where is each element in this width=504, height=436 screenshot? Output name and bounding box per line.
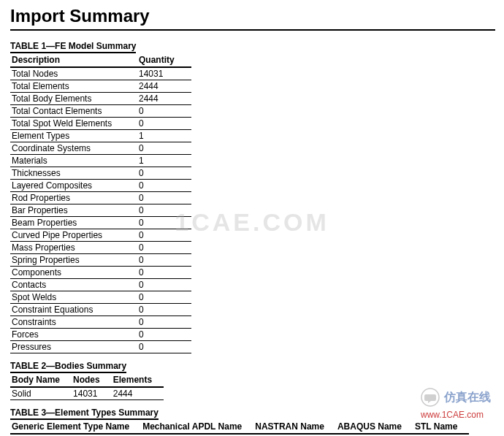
table-row: Materials1 [10, 155, 191, 167]
page-title: Import Summary [10, 6, 495, 26]
cell-desc: Spot Welds [10, 291, 137, 304]
table1-header-description: Description [10, 53, 137, 67]
table-row: Total Body Elements2444 [10, 93, 191, 105]
cell-qty: 0 [137, 279, 191, 291]
table-row: Rod Properties0 [10, 192, 191, 204]
table3-header-nastran: NASTRAN Name [253, 420, 336, 434]
cell-desc: Element Types [10, 130, 137, 142]
cell-qty: 0 [137, 329, 191, 341]
table-row: Thicknesses0 [10, 167, 191, 180]
cell-desc: Contacts [10, 279, 137, 291]
cell-qty: 0 [137, 254, 191, 267]
table-row: Components0 [10, 267, 191, 279]
table3-section: TABLE 3—Element Types Summary Generic El… [10, 408, 495, 436]
table2-section: TABLE 2—Bodies Summary Body Name Nodes E… [10, 361, 495, 400]
cell-desc: Components [10, 267, 137, 279]
cell-qty: 0 [137, 180, 191, 192]
cell-qty: 0 [137, 192, 191, 204]
table-row: Mass Properties0 [10, 242, 191, 254]
cell-desc: Total Nodes [10, 67, 137, 80]
cell-qty: 0 [137, 291, 191, 304]
cell-qty: 0 [137, 341, 191, 353]
table3-header-abaqus: ABAQUS Name [336, 420, 413, 434]
table-row: Total Nodes14031 [10, 67, 191, 80]
cell-desc: Constraint Equations [10, 304, 137, 316]
table1: Description Quantity Total Nodes14031 To… [10, 53, 191, 353]
table2: Body Name Nodes Elements Solid 14031 244… [10, 373, 164, 400]
table2-header-nodes: Nodes [72, 373, 112, 387]
table3-caption: TABLE 3—Element Types Summary [10, 408, 159, 420]
table-row: Bar Properties0 [10, 204, 191, 217]
cell-desc: Pressures [10, 341, 137, 353]
table3-header-apdl: Mechanical APDL Name [141, 420, 253, 434]
cell-qty: 0 [137, 142, 191, 155]
table1-caption: TABLE 1—FE Model Summary [10, 41, 136, 53]
table-row: Total Contact Elements0 [10, 105, 191, 118]
table-row: Solid 14031 2444 [10, 387, 164, 400]
cell-qty: 0 [137, 105, 191, 118]
table1-header-row: Description Quantity [10, 53, 191, 67]
table2-header-elements: Elements [112, 373, 164, 387]
cell-desc: Coordinate Systems [10, 142, 137, 155]
table-row: Forces0 [10, 329, 191, 341]
table-row: Beam Properties0 [10, 217, 191, 229]
cell-qty: 0 [137, 229, 191, 242]
table-row: Spot Welds0 [10, 291, 191, 304]
table-row: Total Elements2444 [10, 80, 191, 93]
cell-desc: Total Spot Weld Elements [10, 118, 137, 130]
table-row: Constraint Equations0 [10, 304, 191, 316]
table3: Generic Element Type Name Mechanical APD… [10, 420, 469, 436]
cell-qty: 0 [137, 167, 191, 180]
table-row: Element Types1 [10, 130, 191, 142]
cell-desc: Spring Properties [10, 254, 137, 267]
table2-caption: TABLE 2—Bodies Summary [10, 361, 126, 373]
cell-desc: Thicknesses [10, 167, 137, 180]
cell-qty: 2444 [137, 93, 191, 105]
cell-desc: Rod Properties [10, 192, 137, 204]
cell-desc: Beam Properties [10, 217, 137, 229]
table1-section: TABLE 1—FE Model Summary Description Qua… [10, 41, 495, 353]
cell-qty: 14031 [137, 67, 191, 80]
cell-nodes: 14031 [72, 387, 112, 400]
cell-desc: Layered Composites [10, 180, 137, 192]
cell-qty: 2444 [137, 80, 191, 93]
cell-body-name: Solid [10, 387, 72, 400]
cell-qty: 1 [137, 130, 191, 142]
table-row: Coordinate Systems0 [10, 142, 191, 155]
cell-qty: 0 [137, 217, 191, 229]
table-row: Spring Properties0 [10, 254, 191, 267]
cell-desc: Constraints [10, 316, 137, 329]
title-rule [10, 29, 495, 31]
cell-elements: 2444 [112, 387, 164, 400]
cell-qty: 0 [137, 118, 191, 130]
cell-desc: Curved Pipe Properties [10, 229, 137, 242]
cell-desc: Bar Properties [10, 204, 137, 217]
table-row: Curved Pipe Properties0 [10, 229, 191, 242]
table-row: Total Spot Weld Elements0 [10, 118, 191, 130]
cell-qty: 0 [137, 316, 191, 329]
cell-qty: 1 [137, 155, 191, 167]
cell-qty: 0 [137, 304, 191, 316]
table-row: Layered Composites0 [10, 180, 191, 192]
table3-header-row: Generic Element Type Name Mechanical APD… [10, 420, 469, 434]
table2-header-body-name: Body Name [10, 373, 72, 387]
table-row: Constraints0 [10, 316, 191, 329]
table3-header-generic: Generic Element Type Name [10, 420, 141, 434]
table3-header-stl: STL Name [413, 420, 469, 434]
cell-qty: 0 [137, 242, 191, 254]
cell-qty: 0 [137, 267, 191, 279]
cell-desc: Forces [10, 329, 137, 341]
cell-qty: 0 [137, 204, 191, 217]
cell-desc: Total Elements [10, 80, 137, 93]
cell-desc: Total Contact Elements [10, 105, 137, 118]
cell-desc: Materials [10, 155, 137, 167]
cell-desc: Mass Properties [10, 242, 137, 254]
table2-header-row: Body Name Nodes Elements [10, 373, 164, 387]
table-row: Pressures0 [10, 341, 191, 353]
table-row: Contacts0 [10, 279, 191, 291]
cell-desc: Total Body Elements [10, 93, 137, 105]
table1-header-quantity: Quantity [137, 53, 191, 67]
